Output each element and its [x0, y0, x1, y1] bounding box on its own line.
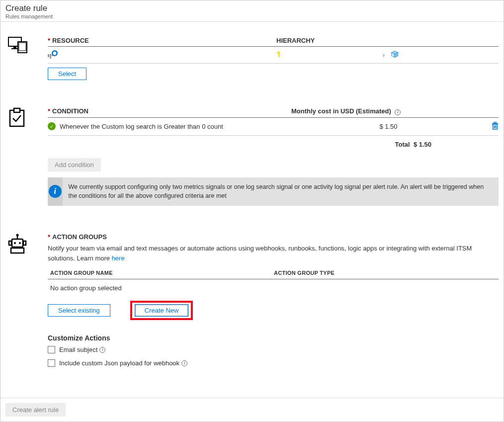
- info-banner-text: We currently support configuring only tw…: [63, 177, 499, 206]
- info-icon[interactable]: i: [395, 109, 401, 115]
- create-alert-rule-button[interactable]: Create alert rule: [5, 403, 66, 417]
- svg-point-25: [19, 242, 21, 244]
- svg-rect-28: [11, 248, 24, 253]
- svg-rect-7: [278, 54, 279, 57]
- condition-item-cost: $ 1.50: [293, 123, 484, 130]
- info-icon[interactable]: i: [99, 347, 105, 353]
- action-groups-desc: Notify your team via email and text mess…: [48, 244, 499, 263]
- cube-icon: [391, 50, 399, 60]
- svg-rect-16: [494, 122, 496, 123]
- page-header: Create rule Rules management: [0, 0, 504, 22]
- footer: Create alert rule: [0, 398, 504, 422]
- robot-icon: [8, 233, 48, 373]
- info-icon-large: i: [49, 185, 62, 198]
- condition-section: *CONDITION Monthly cost in USD (Estimate…: [8, 107, 499, 206]
- create-new-button[interactable]: Create New: [135, 305, 188, 316]
- resource-section: *RESOURCE HIERARCHY ⬤: [8, 37, 499, 80]
- chevron-right-icon: ›: [383, 52, 385, 59]
- col-action-group-name: ACTION GROUP NAME: [50, 270, 274, 276]
- json-payload-checkbox[interactable]: [48, 359, 55, 367]
- learn-more-link[interactable]: here: [112, 254, 125, 262]
- email-subject-checkbox[interactable]: [48, 346, 55, 353]
- svg-rect-14: [14, 108, 20, 112]
- svg-rect-26: [9, 241, 11, 245]
- svg-point-6: [278, 52, 279, 53]
- col-action-group-type: ACTION GROUP TYPE: [274, 270, 335, 276]
- customize-actions-label: Customize Actions: [48, 334, 499, 342]
- page-subtitle: Rules management: [5, 13, 499, 19]
- info-icon[interactable]: i: [181, 360, 187, 366]
- resource-item[interactable]: ⬤: [48, 51, 276, 59]
- svg-rect-9: [279, 56, 280, 57]
- select-resource-button[interactable]: Select: [48, 68, 86, 80]
- condition-item-text[interactable]: Whenever the Custom log search is Greate…: [60, 123, 293, 130]
- devices-icon: [8, 37, 48, 80]
- key-icon: [276, 51, 283, 59]
- email-subject-label: Email subject: [59, 346, 97, 353]
- svg-rect-8: [279, 55, 280, 56]
- select-existing-button[interactable]: Select existing: [48, 304, 110, 317]
- action-groups-section: *ACTION GROUPS Notify your team via emai…: [8, 233, 499, 373]
- info-banner: i We currently support configuring only …: [48, 177, 499, 206]
- app-insights-icon: ⬤: [48, 52, 57, 59]
- no-action-group-text: No action group selected: [48, 279, 499, 297]
- svg-rect-23: [12, 239, 23, 247]
- add-condition-button[interactable]: Add condition: [48, 158, 101, 171]
- svg-point-24: [14, 242, 16, 244]
- create-new-highlight: Create New: [130, 301, 193, 320]
- check-circle-icon: ✓: [48, 122, 56, 130]
- hierarchy-label: HIERARCHY: [276, 37, 499, 44]
- action-groups-label: *ACTION GROUPS: [48, 233, 499, 241]
- json-payload-label: Include custom Json payload for webhook: [59, 359, 179, 367]
- delete-condition-button[interactable]: [484, 122, 499, 131]
- page-title: Create rule: [5, 3, 499, 13]
- svg-rect-2: [11, 48, 18, 49]
- condition-label: *CONDITION: [48, 107, 291, 115]
- svg-rect-3: [18, 42, 27, 53]
- monthly-cost-label: Monthly cost in USD (Estimated) i: [291, 107, 499, 115]
- svg-rect-27: [23, 241, 26, 245]
- svg-point-21: [16, 234, 19, 237]
- total-row: Total $ 1.50: [48, 136, 499, 153]
- customize-actions: Customize Actions Email subject i Includ…: [48, 334, 499, 367]
- resource-label: *RESOURCE: [48, 37, 276, 44]
- svg-rect-1: [13, 46, 16, 48]
- clipboard-icon: [8, 107, 48, 206]
